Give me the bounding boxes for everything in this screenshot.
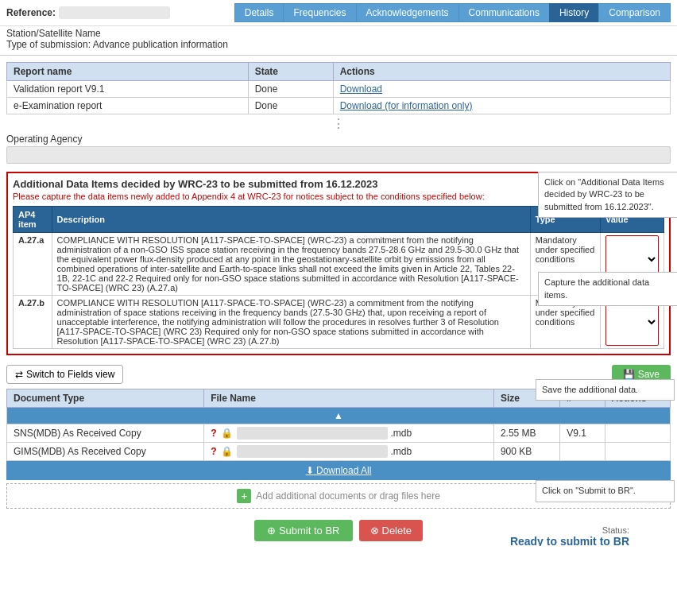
additional-data-box[interactable]: ✕ Additional Data Items decided by WRC-2… <box>6 172 671 355</box>
ap4-value-select-1[interactable] <box>605 235 659 283</box>
divider-row: ▲ <box>7 408 671 424</box>
tab-communications[interactable]: Communications <box>458 3 549 22</box>
doc-size-2: 900 KB <box>493 443 559 461</box>
report-action-1[interactable]: Download <box>340 83 382 95</box>
col-actions: Actions <box>605 389 670 408</box>
doc-actions-1 <box>605 424 670 443</box>
station-info: Station/Satellite Name Type of submissio… <box>0 26 677 52</box>
ap4-table: AP4 item Description Type Value A.27.a C… <box>13 206 664 349</box>
blurred-filename-2 <box>237 445 388 458</box>
status-value: Ready to submit to BR <box>510 535 629 546</box>
documents-section: Document Type File Name Size # Actions ▲… <box>6 389 671 509</box>
submit-icon: ⊕ <box>267 525 276 537</box>
col-type: Type <box>530 207 600 233</box>
col-doc-type: Document Type <box>7 389 204 408</box>
info-icon-1: 🔒 <box>221 428 233 439</box>
table-row: Validation report V9.1 Done Download <box>7 81 671 98</box>
ext-1: .mdb <box>391 428 412 439</box>
doc-num-1: V9.1 <box>560 424 605 443</box>
col-num: # <box>560 389 605 408</box>
col-actions: Actions <box>333 63 670 81</box>
doc-filename-2: ? 🔒 .mdb <box>204 443 494 461</box>
tab-frequencies[interactable]: Frequencies <box>283 3 355 22</box>
doc-type-2: GIMS(MDB) As Received Copy <box>7 443 204 461</box>
download-all-label: Download All <box>316 465 371 476</box>
ext-2: .mdb <box>391 446 412 457</box>
nav-tabs: Details Frequencies Acknowledgements Com… <box>234 3 671 22</box>
station-name: Station/Satellite Name <box>6 28 671 39</box>
col-state: State <box>248 63 333 81</box>
ap4-type-2: Mandatory under specified conditions <box>530 296 600 349</box>
qmark-icon-2: ? <box>211 446 216 457</box>
delete-label: Delete <box>382 525 412 537</box>
tab-comparison[interactable]: Comparison <box>598 3 671 22</box>
report-action-2[interactable]: Download (for information only) <box>340 100 473 111</box>
tab-acknowledgements[interactable]: Acknowledgements <box>356 3 458 22</box>
doc-table: Document Type File Name Size # Actions ▲… <box>6 389 671 461</box>
op-agency-value <box>6 146 671 164</box>
ap4-item-1: A.27.a <box>14 233 52 296</box>
ap4-row-1: A.27.a COMPLIANCE WITH RESOLUTION [A117-… <box>14 233 664 296</box>
doc-row-1: SNS(MDB) As Received Copy ? 🔒 .mdb 2.55 … <box>7 424 671 443</box>
doc-actions-2 <box>605 443 670 461</box>
doc-size-1: 2.55 MB <box>493 424 559 443</box>
col-value: Value <box>600 207 663 233</box>
doc-row-2: GIMS(MDB) As Received Copy ? 🔒 .mdb 900 … <box>7 443 671 461</box>
submit-br-button[interactable]: ⊕ Submit to BR <box>254 520 353 541</box>
col-file-name: File Name <box>204 389 494 408</box>
tab-history[interactable]: History <box>549 3 598 22</box>
download-all-button[interactable]: ⬇ Download All <box>306 465 372 476</box>
ap4-desc-2: COMPLIANCE WITH RESOLUTION [A117-SPACE-T… <box>52 296 530 349</box>
ap4-value-select-2[interactable] <box>605 298 659 346</box>
submission-type: Type of submission: Advance publication … <box>6 39 671 50</box>
status-label: Status: <box>510 525 629 535</box>
report-state-1: Done <box>248 81 333 98</box>
delete-icon: ⊗ <box>370 525 379 537</box>
save-icon: 💾 <box>623 369 635 380</box>
add-docs-label: Add additional documents or drag files h… <box>256 490 439 502</box>
doc-num-2 <box>560 443 605 461</box>
divider-arrow: ▲ <box>7 408 671 424</box>
ap4-desc-1: COMPLIANCE WITH RESOLUTION [A117-SPACE-T… <box>52 233 530 296</box>
ap4-value-2[interactable] <box>600 296 663 349</box>
operating-agency-section: Operating Agency <box>0 130 677 167</box>
blurred-filename-1 <box>237 427 388 440</box>
ap4-type-1: Mandatory under specified conditions <box>530 233 600 296</box>
reports-section: Report name State Actions Validation rep… <box>0 59 677 118</box>
switch-fields-button[interactable]: ⇄ Switch to Fields view <box>6 365 123 384</box>
report-state-2: Done <box>248 98 333 114</box>
save-label: Save <box>638 369 660 380</box>
report-name-1: Validation report V9.1 <box>7 81 249 98</box>
submit-br-label: Submit to BR <box>279 525 340 537</box>
op-agency-label: Operating Agency <box>6 134 671 145</box>
switch-fields-label: Switch to Fields view <box>26 369 114 380</box>
tab-details[interactable]: Details <box>234 3 284 22</box>
save-button[interactable]: 💾 Save <box>612 365 671 384</box>
col-size: Size <box>493 389 559 408</box>
doc-filename-1: ? 🔒 .mdb <box>204 424 494 443</box>
col-report-name: Report name <box>7 63 249 81</box>
delete-button[interactable]: ⊗ Delete <box>359 520 424 541</box>
ap4-row-2: A.27.b COMPLIANCE WITH RESOLUTION [A117-… <box>14 296 664 349</box>
ap4-item-2: A.27.b <box>14 296 52 349</box>
table-row: e-Examination report Done Download (for … <box>7 98 671 114</box>
action-bar: ⇄ Switch to Fields view 💾 Save <box>0 360 677 389</box>
additional-data-title: Additional Data Items decided by WRC-23 … <box>13 178 664 190</box>
close-icon[interactable]: ✕ <box>656 176 666 189</box>
report-table: Report name State Actions Validation rep… <box>6 62 671 114</box>
info-icon-2: 🔒 <box>221 446 233 457</box>
reference-label: Reference: <box>6 7 56 18</box>
additional-data-subtitle: Please capture the data items newly adde… <box>13 192 664 201</box>
report-name-2: e-Examination report <box>7 98 249 114</box>
download-all-bar: ⬇ Download All <box>6 461 671 480</box>
col-description: Description <box>52 207 530 233</box>
qmark-icon-1: ? <box>211 428 216 439</box>
doc-type-1: SNS(MDB) As Received Copy <box>7 424 204 443</box>
reference-value <box>59 6 170 19</box>
switch-icon: ⇄ <box>15 369 23 380</box>
col-ap4-item: AP4 item <box>14 207 52 233</box>
add-icon[interactable]: + <box>237 489 251 503</box>
ap4-value-1[interactable] <box>600 233 663 296</box>
add-docs-area[interactable]: + Add additional documents or drag files… <box>6 483 671 509</box>
